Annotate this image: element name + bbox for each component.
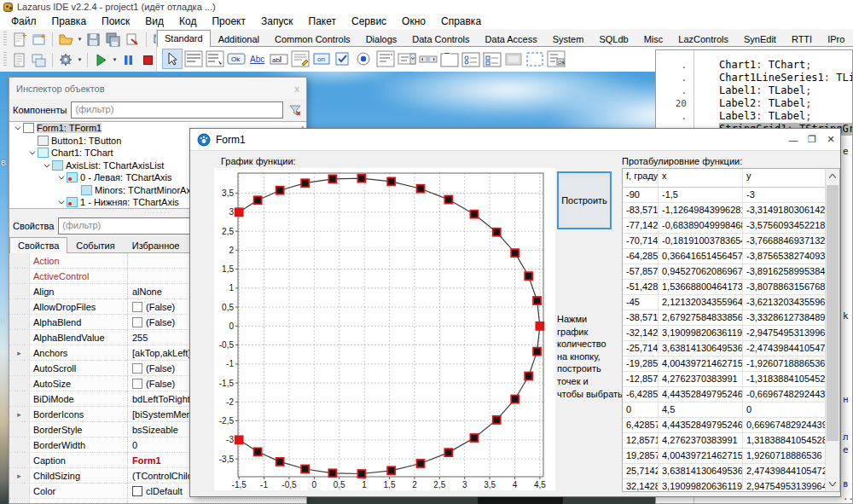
grid-cell[interactable]: -64,285714 — [623, 249, 659, 264]
grid-cell[interactable]: 4,00439721462715 — [659, 356, 743, 371]
property-row-constraints[interactable]: ▸Constraints(TSizeConstraints — [9, 499, 306, 504]
build-button[interactable] — [57, 51, 75, 69]
grid-cell[interactable]: -3,8756538274093 — [743, 249, 826, 264]
stop-button[interactable] — [139, 51, 157, 69]
grid-cell[interactable]: -70,714285 — [623, 234, 659, 248]
run-button[interactable] — [92, 51, 110, 69]
grid-cell[interactable]: 3,19099820636119 — [659, 326, 743, 340]
grid-cell[interactable]: -2,94754953139964 — [743, 326, 826, 340]
component-tcheckbox-icon[interactable] — [333, 49, 353, 69]
build-button[interactable]: Построить — [557, 171, 612, 229]
table-row[interactable]: -32,1428573,19099820636119-2,94754953139… — [623, 326, 839, 341]
expand-icon[interactable]: ▸ — [9, 499, 30, 504]
property-value[interactable]: (TSizeConstraints — [127, 499, 306, 504]
scroll-up-icon[interactable] — [826, 169, 839, 183]
grid-cell[interactable]: -3,57560934522181 — [743, 218, 826, 233]
build-dropdown-icon[interactable]: ▼ — [77, 57, 83, 62]
palette-tab-rtti[interactable]: RTTI — [784, 31, 820, 46]
grid-cell[interactable]: 19,2857142 — [623, 449, 659, 463]
grid-cell[interactable]: 0,669674829244395 — [743, 418, 826, 432]
menu-item-Пакет[interactable]: Пакет — [301, 14, 344, 30]
menu-item-Правка[interactable]: Правка — [44, 14, 95, 30]
table-row[interactable]: 32,14285713,190998206361192,947549531399… — [623, 479, 839, 492]
component-tgroupbox-icon[interactable] — [439, 49, 460, 69]
pause-button[interactable] — [119, 51, 137, 69]
table-row[interactable]: -25,7142853,63814130649536-2,47439844105… — [623, 341, 839, 356]
component-tcombobox-icon[interactable] — [397, 49, 417, 69]
component-tradiogroup-icon[interactable] — [461, 49, 481, 69]
table-row[interactable]: -19,2857144,00439721462715-1,92607188865… — [623, 356, 839, 372]
menu-item-Код[interactable]: Код — [171, 14, 204, 30]
grid-cell[interactable]: -3,89162589953848 — [743, 264, 826, 279]
close-icon[interactable]: x — [295, 84, 300, 94]
menu-item-Сервис[interactable]: Сервис — [344, 14, 394, 30]
inspector-tab-события[interactable]: События — [67, 237, 123, 252]
table-row[interactable]: 6,428571424,443528497952460,669674829244… — [623, 418, 839, 433]
palette-tab-additional[interactable]: Additional — [211, 31, 267, 46]
grid-cell[interactable]: -25,714285 — [623, 341, 659, 356]
grid-cell[interactable]: -3 — [743, 188, 826, 202]
code-line[interactable]: 20Label2: TLabel; — [656, 97, 852, 110]
grid-cell[interactable]: 2,94754953139964 — [743, 479, 826, 492]
palette-tab-lazcontrols[interactable]: LazControls — [670, 31, 736, 46]
table-row[interactable]: -51,4285711,53668800464173-3,80788631567… — [623, 280, 839, 295]
grid-cell[interactable]: -90 — [623, 188, 659, 202]
expand-icon[interactable]: ▸ — [9, 468, 30, 483]
grid-cell[interactable]: 4,44352849795246 — [659, 418, 743, 432]
grid-cell[interactable]: -0,181910037836543 — [659, 234, 743, 248]
component-ttogglebox-icon[interactable]: on — [311, 49, 332, 69]
component-tpanel-icon[interactable] — [503, 49, 524, 69]
menu-item-Вид[interactable]: Вид — [137, 14, 171, 30]
component-tcheckgroup-icon[interactable] — [482, 49, 502, 69]
component-tactionlist-icon[interactable]: Ok — [546, 49, 566, 69]
inspector-tab-свойства[interactable]: Свойства — [9, 237, 67, 253]
component-tradiobutton-icon[interactable] — [354, 49, 374, 69]
grid-cell[interactable]: 25,7142857 — [623, 464, 659, 478]
grid-cell[interactable]: 1,31838841054528 — [743, 433, 826, 448]
grid-header-cell[interactable]: x — [659, 169, 743, 187]
component-tlistbox-icon[interactable] — [375, 49, 396, 69]
grid-cell[interactable]: 4,44352849795246 — [659, 387, 743, 402]
grid-header-cell[interactable]: f, градус — [623, 169, 659, 187]
grid-cell[interactable]: 4,00439721462715 — [659, 449, 743, 463]
table-row[interactable]: -6,42857144,44352849795246-0,66967482924… — [623, 387, 839, 403]
source-form-button[interactable] — [124, 31, 142, 49]
code-line[interactable]: .Chart1LineSeries1: TLineS — [656, 72, 852, 84]
new-form-button[interactable]: + — [30, 31, 48, 49]
grid-cell[interactable]: 1,9260718886536 — [743, 449, 826, 463]
menu-item-Файл[interactable]: Файл — [3, 14, 44, 30]
open-button[interactable] — [57, 31, 75, 49]
component-tframe-icon[interactable] — [525, 49, 545, 69]
palette-tab-synedit[interactable]: SynEdit — [736, 31, 784, 46]
grid-cell[interactable]: -3,7668846937132 — [743, 234, 826, 248]
grid-cell[interactable]: -57,857142 — [623, 264, 659, 279]
grid-cell[interactable]: 6,42857142 — [623, 418, 659, 432]
grid-cell[interactable]: 2,47439844105472 — [743, 464, 826, 478]
filter-funnel-icon[interactable] — [287, 101, 303, 119]
grid-cell[interactable]: 1,53668800464173 — [659, 280, 743, 294]
palette-tab-sqldb[interactable]: SQLdb — [591, 31, 635, 46]
palette-tab-misc[interactable]: Misc — [636, 31, 671, 46]
grid-cell[interactable]: -1,31838841054528 — [743, 372, 826, 386]
color-swatch[interactable] — [132, 486, 142, 496]
grid-cell[interactable]: -77,142857 — [623, 218, 659, 233]
save-all-button[interactable] — [104, 31, 122, 49]
grid-cell[interactable]: -1,9260718886536 — [743, 356, 826, 371]
inspector-tab-избранное[interactable]: Избранное — [124, 237, 189, 252]
grid-cell[interactable]: -1,12649843996281 — [659, 203, 743, 217]
grid-cell[interactable]: 32,1428571 — [623, 479, 659, 492]
component-tlabel-icon[interactable]: Abc — [247, 49, 268, 69]
components-filter-input[interactable]: (фильтр) — [71, 101, 283, 119]
grid-cell[interactable]: 3,63814130649536 — [659, 464, 743, 478]
table-row[interactable]: 19,28571424,004397214627151,926071888653… — [623, 449, 839, 464]
ide-titlebar[interactable]: Lazarus IDE v2.2.4 - project1 (идёт отла… — [0, 0, 853, 14]
grid-cell[interactable]: -0,683890499984685 — [659, 218, 743, 233]
grid-cell[interactable]: -45 — [623, 295, 659, 310]
grid-cell[interactable]: -6,4285714 — [623, 387, 659, 402]
close-button[interactable]: ✕ — [821, 130, 840, 149]
code-line[interactable]: .Label3: TLabel; — [656, 110, 852, 123]
palette-tab-common-controls[interactable]: Common Controls — [267, 31, 358, 46]
palette-tab-system[interactable]: System — [545, 31, 592, 46]
table-row[interactable]: -77,142857-0,683890499984685-3,575609345… — [623, 218, 839, 234]
table-row[interactable]: -452,12132034355964-3,62132034355964 — [623, 295, 839, 310]
